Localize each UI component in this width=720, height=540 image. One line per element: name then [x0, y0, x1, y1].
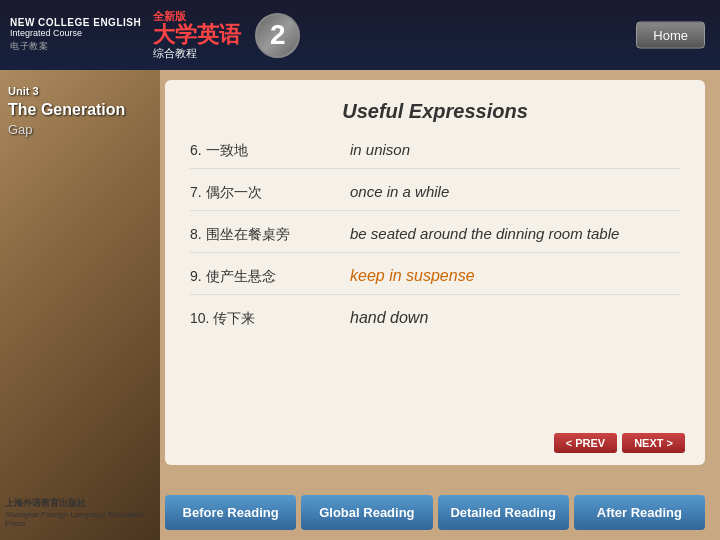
chinese-label: 9. 使产生悬念	[190, 268, 350, 286]
english-label: once in a while	[350, 183, 449, 200]
logo-line1: NEW COLLEGE ENGLISH	[10, 17, 141, 28]
nav-buttons: < PREV NEXT >	[554, 433, 685, 453]
sidebar-title-line1: The Generation	[8, 100, 125, 121]
unit-label: Unit 3	[8, 85, 125, 97]
expression-row-9: 9. 使产生悬念keep in suspense	[190, 267, 680, 295]
expression-row-7: 7. 偶尔一次once in a while	[190, 183, 680, 211]
tab-before-reading[interactable]: Before Reading	[165, 495, 296, 530]
main-content: Useful Expressions 6. 一致地in unison7. 偶尔一…	[165, 80, 705, 465]
prev-button[interactable]: < PREV	[554, 433, 617, 453]
publisher-logo: 上海外语教育出版社 Shanghai Foreign Language Educ…	[5, 492, 145, 532]
background-image	[0, 0, 160, 540]
sidebar: Unit 3 The Generation Gap	[8, 85, 125, 139]
chinese-label: 8. 围坐在餐桌旁	[190, 226, 350, 244]
tab-detailed-reading[interactable]: Detailed Reading	[438, 495, 569, 530]
publisher-english: Shanghai Foreign Language Education Pres…	[5, 510, 145, 528]
logo-chinese: 全新版 大学英语 综合教程	[153, 9, 241, 61]
english-label: in unison	[350, 141, 410, 158]
chinese-label: 6. 一致地	[190, 142, 350, 160]
chinese-label: 7. 偶尔一次	[190, 184, 350, 202]
logo-chinese-main: 大学英语	[153, 24, 241, 46]
expression-row-6: 6. 一致地in unison	[190, 141, 680, 169]
next-button[interactable]: NEXT >	[622, 433, 685, 453]
top-bar: NEW COLLEGE ENGLISH Integrated Course 电子…	[0, 0, 720, 70]
sidebar-title-line2: Gap	[8, 121, 125, 139]
publisher-chinese: 上海外语教育出版社	[5, 497, 145, 510]
logo-chinese-sub: 综合教程	[153, 46, 241, 61]
home-button[interactable]: Home	[636, 22, 705, 49]
expressions-list: 6. 一致地in unison7. 偶尔一次once in a while8. …	[190, 141, 680, 336]
expression-row-10: 10. 传下来hand down	[190, 309, 680, 336]
chinese-label: 10. 传下来	[190, 310, 350, 328]
tab-after-reading[interactable]: After Reading	[574, 495, 705, 530]
logo-text-left: NEW COLLEGE ENGLISH Integrated Course 电子…	[10, 17, 141, 53]
logo-line2: Integrated Course	[10, 28, 141, 38]
publisher-area: 上海外语教育出版社 Shanghai Foreign Language Educ…	[5, 492, 145, 532]
logo-dianzi: 电子教案	[10, 40, 141, 53]
tab-global-reading[interactable]: Global Reading	[301, 495, 432, 530]
english-label: be seated around the dinning room table	[350, 225, 619, 242]
english-label: keep in suspense	[350, 267, 475, 285]
english-label: hand down	[350, 309, 428, 327]
bottom-tabs: Before Reading Global Reading Detailed R…	[165, 495, 705, 530]
expression-row-8: 8. 围坐在餐桌旁be seated around the dinning ro…	[190, 225, 680, 253]
logo-area: NEW COLLEGE ENGLISH Integrated Course 电子…	[10, 9, 300, 61]
content-title: Useful Expressions	[190, 100, 680, 123]
course-number: 2	[255, 13, 300, 58]
